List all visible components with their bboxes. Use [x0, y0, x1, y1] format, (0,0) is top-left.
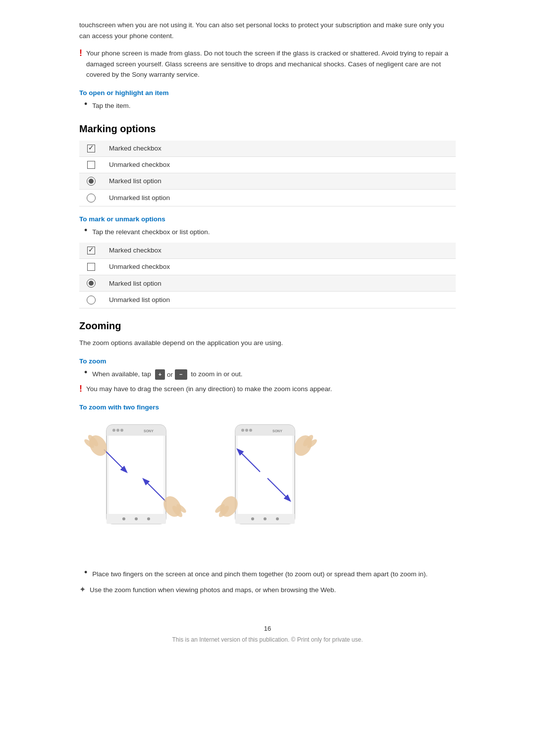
- to-zoom-heading: To zoom: [79, 357, 456, 365]
- open-highlight-text: Tap the item.: [92, 101, 130, 111]
- svg-point-12: [147, 517, 150, 520]
- svg-text:SONY: SONY: [272, 429, 282, 433]
- checkbox-marked-icon: [87, 145, 95, 152]
- warning-block: ! Your phone screen is made from glass. …: [79, 48, 456, 80]
- mark-unmark-heading: To mark or unmark options: [79, 215, 456, 223]
- zoom-tip-2-text: Use the zoom function when viewing photo…: [90, 585, 336, 596]
- svg-point-32: [264, 517, 267, 520]
- footer-text: This is an Internet version of this publ…: [79, 636, 456, 643]
- svg-rect-7: [109, 436, 163, 514]
- page-container: touchscreen when you are not using it. Y…: [0, 0, 535, 683]
- icon-cell: [79, 243, 103, 259]
- zooming-section: Zooming The zoom options available depen…: [79, 320, 456, 595]
- open-highlight-bullet: • Tap the item.: [84, 101, 456, 111]
- zoom-minus-button: −: [175, 369, 187, 380]
- label-cell: Marked list option: [103, 275, 456, 292]
- zoom-tip-1-text: You may have to drag the screen (in any …: [86, 384, 332, 395]
- icon-cell: [79, 173, 103, 190]
- to-zoom-suffix: to zoom in or out.: [191, 370, 242, 378]
- svg-text:SONY: SONY: [144, 429, 154, 433]
- pinch-out-diagram: SONY: [208, 420, 322, 560]
- svg-point-26: [249, 429, 252, 432]
- bullet-dot: •: [84, 99, 87, 109]
- table-row: Unmarked checkbox: [79, 156, 456, 173]
- table-row: Marked checkbox: [79, 243, 456, 259]
- zooming-desc: The zoom options available depend on the…: [79, 338, 456, 349]
- mark-unmark-bullet: • Tap the relevant checkbox or list opti…: [84, 227, 456, 238]
- label-cell: Unmarked checkbox: [103, 156, 456, 173]
- radio-unmarked-icon-2: [87, 296, 96, 304]
- two-finger-diagrams: SONY: [79, 420, 456, 560]
- to-zoom-bullet: • When available, tap + or − to zoom in …: [84, 369, 456, 380]
- label-cell: Unmarked checkbox: [103, 258, 456, 275]
- checkbox-unmarked-icon-2: [87, 263, 95, 271]
- bullet-dot-3: •: [84, 367, 87, 378]
- svg-point-24: [241, 429, 244, 432]
- radio-unmarked-icon: [87, 194, 96, 202]
- svg-point-25: [245, 429, 248, 432]
- checkbox-marked-icon-2: [87, 247, 95, 254]
- radio-marked-icon: [87, 177, 96, 186]
- zoom-or-text: or: [167, 369, 173, 380]
- label-cell: Marked checkbox: [103, 141, 456, 157]
- table-row: Unmarked checkbox: [79, 258, 456, 275]
- open-highlight-heading: To open or highlight an item: [79, 89, 456, 97]
- icon-cell: [79, 141, 103, 157]
- intro-text: touchscreen when you are not using it. Y…: [79, 20, 456, 41]
- pinch-out-svg: SONY: [208, 420, 322, 558]
- zooming-heading: Zooming: [79, 320, 456, 332]
- svg-point-3: [112, 429, 115, 432]
- warning-icon: !: [79, 48, 82, 58]
- to-zoom-prefix: When available, tap: [92, 370, 151, 378]
- bullet-dot-2: •: [84, 225, 87, 236]
- pinch-in-svg: SONY: [79, 420, 193, 558]
- label-cell: Marked checkbox: [103, 243, 456, 259]
- svg-point-33: [276, 517, 279, 520]
- tip-star-icon: ✦: [79, 585, 86, 594]
- radio-marked-icon-2: [87, 279, 96, 288]
- svg-point-10: [122, 517, 125, 520]
- zoom-plus-button: +: [155, 369, 165, 380]
- checkbox-unmarked-icon: [87, 161, 95, 169]
- icon-cell: [79, 292, 103, 308]
- table-row: Unmarked list option: [79, 190, 456, 206]
- svg-point-11: [135, 517, 138, 520]
- icon-cell: [79, 275, 103, 292]
- zoom-tip-1: ! You may have to drag the screen (in an…: [79, 384, 456, 395]
- warning-text: Your phone screen is made from glass. Do…: [86, 48, 456, 80]
- label-cell: Marked list option: [103, 173, 456, 190]
- page-number: 16: [79, 625, 456, 632]
- table-row: Marked list option: [79, 275, 456, 292]
- table-row: Marked checkbox: [79, 141, 456, 157]
- svg-point-5: [120, 429, 123, 432]
- svg-point-31: [251, 517, 254, 520]
- two-finger-text: Place two fingers on the screen at once …: [92, 569, 428, 580]
- svg-point-4: [116, 429, 119, 432]
- table-row: Unmarked list option: [79, 292, 456, 308]
- bullet-dot-4: •: [84, 567, 87, 578]
- pinch-in-diagram: SONY: [79, 420, 193, 560]
- marking-options-heading: Marking options: [79, 123, 456, 135]
- icon-cell: [79, 156, 103, 173]
- svg-rect-23: [235, 431, 295, 436]
- marking-table-1: Marked checkbox Unmarked checkbox Marked…: [79, 141, 456, 207]
- zoom-tip-2: ✦ Use the zoom function when viewing pho…: [79, 585, 456, 596]
- two-finger-bullet: • Place two fingers on the screen at onc…: [84, 569, 456, 580]
- label-cell: Unmarked list option: [103, 190, 456, 206]
- marking-table-2: Marked checkbox Unmarked checkbox Marked…: [79, 243, 456, 309]
- svg-rect-28: [238, 436, 292, 514]
- two-finger-heading: To zoom with two fingers: [79, 403, 456, 411]
- mark-unmark-text: Tap the relevant checkbox or list option…: [92, 227, 210, 238]
- icon-cell: [79, 258, 103, 275]
- to-zoom-text: When available, tap + or − to zoom in or…: [92, 369, 242, 380]
- icon-cell: [79, 190, 103, 206]
- table-row: Marked list option: [79, 173, 456, 190]
- svg-rect-2: [107, 431, 166, 436]
- label-cell: Unmarked list option: [103, 292, 456, 308]
- exclamation-icon: !: [79, 384, 82, 394]
